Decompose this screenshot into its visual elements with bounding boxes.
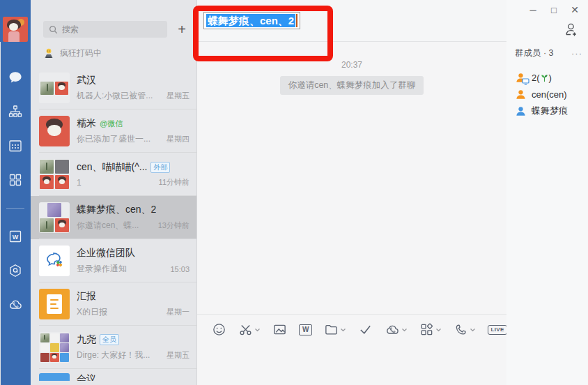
chat-list-panel: 搜索 + 疯狂打码中 武汉 机器人:小微已被管...星期五 糯米@微信 你已添加…	[31, 0, 197, 385]
list-item-cen-miao[interactable]: cen、喵喵喵(^...外部 111分钟前	[31, 153, 196, 196]
message-area: 20:37 你邀请cen、蝶舞梦痕加入了群聊	[197, 42, 506, 314]
chat-time: 13分钟前	[158, 220, 189, 231]
minimize-button[interactable]: ─	[523, 2, 543, 17]
chat-name: cen、喵喵喵(^...	[77, 161, 147, 174]
chat-last-message: 机器人:小微已被管...	[77, 90, 162, 102]
chat-items: 武汉 机器人:小微已被管...星期五 糯米@微信 你已添加了盛世一...星期四 …	[31, 66, 196, 385]
member-row-diewumenghen[interactable]: 蝶舞梦痕	[515, 103, 582, 119]
window-controls: ─ □ ✕	[523, 2, 585, 17]
chat-last-message: Dirge: 大家好！我...	[77, 349, 162, 361]
contacts-icon[interactable]	[8, 104, 23, 119]
list-item-huibao[interactable]: 汇报 X的日报星期一	[31, 282, 196, 326]
text-caret	[296, 14, 297, 27]
panel-divider	[0, 42, 1, 385]
app-avatar	[39, 373, 70, 381]
add-chat-button[interactable]: +	[174, 22, 189, 37]
chat-time: 星期四	[167, 134, 189, 144]
message-toolbar: W LIVE	[197, 314, 506, 345]
app-center-icon[interactable]	[8, 263, 23, 278]
chat-last-message: X的日报	[77, 306, 162, 318]
group-avatar	[39, 332, 70, 363]
group-avatar	[39, 202, 70, 233]
cloud-call-icon[interactable]	[8, 297, 23, 312]
person-blue-icon	[515, 105, 527, 117]
chat-time: 星期一	[167, 307, 189, 317]
chat-name: 企业微信团队	[77, 247, 135, 259]
close-button[interactable]: ✕	[564, 2, 585, 17]
chat-time: 15:03	[170, 265, 189, 273]
list-item-diewumenghen-selected[interactable]: 蝶舞梦痕、cen、2 你邀请cen、蝶...13分钟前	[31, 196, 196, 239]
chat-time: 星期五	[167, 350, 189, 361]
report-app-avatar	[39, 289, 70, 319]
group-avatar	[39, 73, 70, 103]
members-panel-title: 群成员 · 3	[515, 47, 554, 59]
group-avatar	[39, 159, 70, 190]
group-name-edit-field[interactable]: 蝶舞梦痕、cen、2	[203, 12, 300, 29]
search-input[interactable]: 搜索	[43, 21, 167, 38]
doc-icon[interactable]: W	[295, 324, 316, 335]
chevron-down-icon	[254, 328, 261, 332]
user-avatar[interactable]	[3, 17, 28, 42]
group-name-selected-text: 蝶舞梦痕、cen、2	[206, 14, 295, 27]
docs-icon[interactable]: W	[8, 229, 23, 244]
pc-online-icon	[522, 78, 529, 85]
chat-name: 九尧	[77, 333, 96, 346]
app-sidebar: W	[0, 0, 31, 385]
todo-icon[interactable]	[355, 322, 376, 337]
workbench-icon[interactable]	[8, 172, 23, 188]
list-item-partial[interactable]: 会议	[31, 369, 196, 381]
chevron-down-icon	[470, 328, 476, 332]
search-placeholder: 搜索	[62, 24, 79, 36]
meeting-icon[interactable]	[381, 322, 411, 338]
svg-text:W: W	[13, 234, 19, 241]
chat-header: 蝶舞梦痕、cen、2	[197, 0, 506, 42]
maximize-button[interactable]: □	[543, 2, 564, 17]
search-icon	[49, 25, 58, 34]
chat-name: 汇报	[77, 290, 96, 303]
message-input-area[interactable]	[197, 345, 506, 385]
status-text: 疯狂打码中	[60, 47, 102, 59]
more-options-button[interactable]: ···	[571, 48, 582, 59]
chat-last-message: 你邀请cen、蝶...	[77, 220, 154, 232]
list-item-wuhan[interactable]: 武汉 机器人:小微已被管...星期五	[31, 66, 196, 110]
chat-main: 蝶舞梦痕、cen、2 20:37 你邀请cen、蝶舞梦痕加入了群聊 W	[197, 0, 506, 385]
person-orange-icon	[515, 89, 527, 100]
image-icon[interactable]	[269, 322, 291, 337]
apps-icon[interactable]	[416, 322, 445, 337]
wecom-logo-avatar	[39, 246, 70, 276]
person-coding-emoji-icon	[43, 48, 54, 59]
member-name: 2()	[532, 73, 552, 83]
chat-name: 会议	[77, 373, 96, 381]
chat-last-message: 1	[77, 178, 155, 188]
chat-name: 武汉	[77, 74, 96, 86]
schedule-icon[interactable]	[8, 138, 23, 153]
folder-icon[interactable]	[320, 322, 350, 337]
list-item-jiuyao[interactable]: 九尧全员 Dirge: 大家好！我...星期五	[31, 326, 196, 369]
add-member-icon[interactable]	[562, 21, 579, 40]
chevron-down-icon	[435, 328, 442, 332]
list-item-nuomi[interactable]: 糯米@微信 你已添加了盛世一...星期四	[31, 110, 196, 153]
external-badge: 外部	[150, 162, 170, 173]
wechat-tag: @微信	[100, 119, 123, 129]
list-item-wecom-team[interactable]: 企业微信团队 登录操作通知15:03	[31, 239, 196, 282]
chat-last-message: 你已添加了盛世一...	[77, 133, 162, 145]
call-icon[interactable]	[450, 322, 479, 337]
chevron-down-icon	[340, 328, 346, 332]
member-row-cen[interactable]: cen(cen)	[515, 86, 582, 103]
chat-last-message: 登录操作通知	[77, 263, 166, 275]
chat-time: 11分钟前	[159, 177, 189, 188]
member-row-self[interactable]: 2()	[515, 69, 582, 86]
chevron-down-icon	[401, 328, 408, 332]
sidebar-divider	[6, 208, 24, 209]
chat-name: 糯米	[77, 117, 96, 130]
chat-name: 蝶舞梦痕、cen、2	[77, 204, 156, 216]
group-members-panel: 群成员 · 3 ··· 2() cen(cen) 蝶舞梦痕	[506, 0, 588, 385]
screenshot-icon[interactable]	[235, 322, 264, 337]
member-name: 蝶舞梦痕	[532, 105, 568, 117]
emoji-icon[interactable]	[208, 322, 230, 337]
chat-time: 星期五	[167, 91, 189, 101]
contact-avatar	[39, 116, 70, 146]
chat-icon[interactable]	[8, 70, 23, 85]
all-members-badge: 全员	[100, 334, 119, 345]
status-row[interactable]: 疯狂打码中	[31, 43, 196, 66]
